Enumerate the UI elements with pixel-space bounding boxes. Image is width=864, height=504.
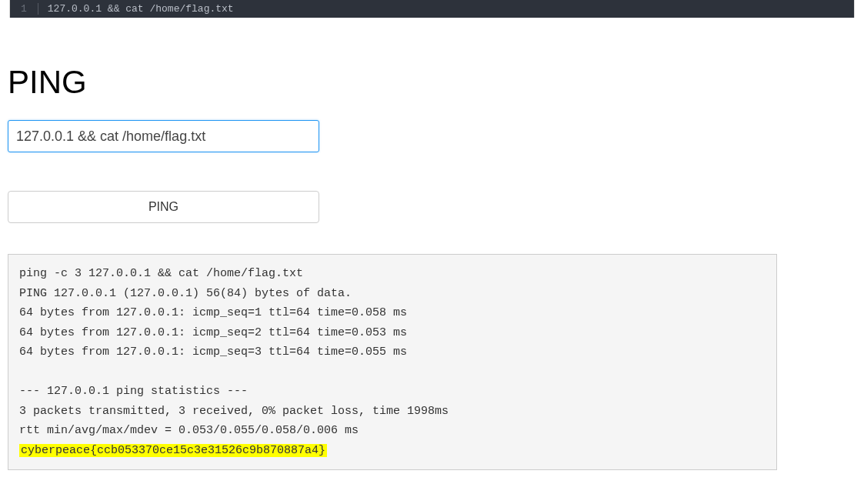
ip-input[interactable] — [8, 120, 319, 152]
output-line: 64 bytes from 127.0.0.1: icmp_seq=2 ttl=… — [19, 326, 407, 339]
output-line: 3 packets transmitted, 3 received, 0% pa… — [19, 405, 449, 418]
flag-output: cyberpeace{ccb053370ce15c3e31526c9b87088… — [19, 444, 327, 457]
output-line: PING 127.0.0.1 (127.0.0.1) 56(84) bytes … — [19, 287, 352, 300]
ping-button[interactable]: PING — [8, 191, 319, 223]
output-line: 64 bytes from 127.0.0.1: icmp_seq=3 ttl=… — [19, 345, 407, 359]
output-line: ping -c 3 127.0.0.1 && cat /home/flag.tx… — [19, 267, 303, 280]
page-title: PING — [8, 64, 856, 101]
code-bar: 1 127.0.0.1 && cat /home/flag.txt — [9, 0, 855, 18]
line-number: 1 — [10, 3, 38, 15]
output-box: ping -c 3 127.0.0.1 && cat /home/flag.tx… — [8, 254, 777, 470]
output-line: rtt min/avg/max/mdev = 0.053/0.055/0.058… — [19, 424, 359, 437]
output-line: --- 127.0.0.1 ping statistics --- — [19, 385, 248, 398]
output-line: 64 bytes from 127.0.0.1: icmp_seq=1 ttl=… — [19, 306, 407, 319]
code-text: 127.0.0.1 && cat /home/flag.txt — [48, 3, 234, 15]
